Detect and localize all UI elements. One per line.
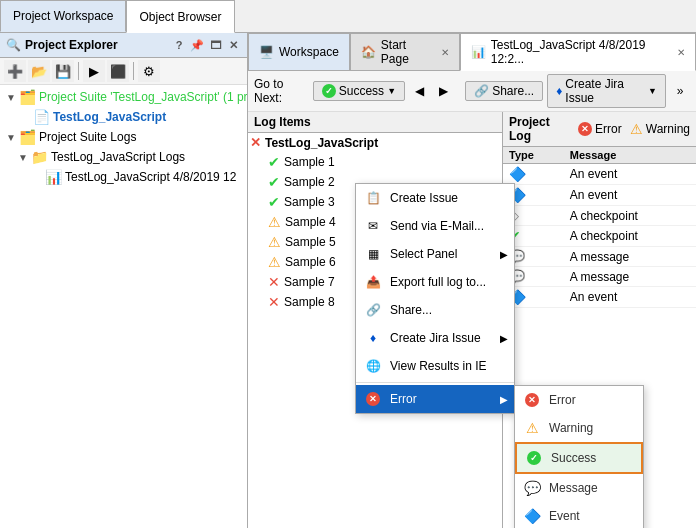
sub-event-label: Event: [549, 509, 580, 523]
sub-error-icon: ✕: [523, 391, 541, 409]
tree-item-js-logs[interactable]: ▼ 📁 TestLog_JavaScript Logs: [2, 147, 245, 167]
tab-start-page[interactable]: 🏠 Start Page ✕: [350, 33, 460, 70]
view-results-icon: 🌐: [364, 357, 382, 375]
ctx-error[interactable]: ✕ Error ▶ ✕ Error ⚠ Warning ✓: [356, 385, 514, 413]
jira-chevron-icon: ▼: [648, 86, 657, 96]
tab-workspace[interactable]: 🖥️ Workspace: [248, 33, 350, 70]
testlog-label: TestLog_JavaScript: [53, 110, 166, 124]
error-arrow-icon: ▶: [500, 394, 508, 405]
warning-filter-icon: ⚠: [630, 121, 643, 137]
ctx-export-label: Export full log to...: [390, 275, 486, 289]
warning-icon: ⚠: [268, 214, 281, 230]
ctx-send-email-label: Send via E-Mail...: [390, 219, 484, 233]
open-btn[interactable]: 📂: [28, 60, 50, 82]
tab-object-browser[interactable]: Object Browser: [126, 0, 234, 33]
run-btn[interactable]: ▶: [83, 60, 105, 82]
ctx-select-panel[interactable]: ▦ Select Panel ▶: [356, 240, 514, 268]
save-btn[interactable]: 💾: [52, 60, 74, 82]
col-type: Type: [503, 147, 564, 164]
prev-btn[interactable]: ◀: [409, 80, 429, 102]
sub-error[interactable]: ✕ Error: [515, 386, 643, 414]
goto-success-btn[interactable]: ✓ Success ▼: [313, 81, 405, 101]
ctx-send-email[interactable]: ✉ Send via E-Mail...: [356, 212, 514, 240]
error-filter-icon: ✕: [578, 122, 592, 136]
sub-message[interactable]: 💬 Message: [515, 474, 643, 502]
jira-label: Create Jira Issue: [565, 77, 645, 105]
tree-item-suite1[interactable]: ▼ 🗂️ Project Suite 'TestLog_JavaScript' …: [2, 87, 245, 107]
msg-cell: An event: [564, 164, 696, 185]
ctx-view-results[interactable]: 🌐 View Results in IE: [356, 352, 514, 380]
chevron-down-icon: ▼: [387, 86, 396, 96]
select-panel-arrow-icon: ▶: [500, 249, 508, 260]
log-entry-root[interactable]: ✕ TestLog_JavaScript: [248, 133, 502, 152]
suite-logs-label: Project Suite Logs: [39, 130, 136, 144]
ctx-share[interactable]: 🔗 Share...: [356, 296, 514, 324]
start-page-close-icon[interactable]: ✕: [441, 47, 449, 58]
pin-icon[interactable]: 📌: [189, 37, 205, 53]
jira-arrow-icon: ▶: [500, 333, 508, 344]
share-icon: 🔗: [474, 84, 489, 98]
next-btn[interactable]: ▶: [433, 80, 453, 102]
ctx-share-label: Share...: [390, 303, 432, 317]
sub-warning[interactable]: ⚠ Warning: [515, 414, 643, 442]
warning-icon: ⚠: [268, 234, 281, 250]
testlog-tab-icon: 📊: [471, 45, 486, 59]
table-row[interactable]: 💬 A message: [503, 247, 696, 267]
jira-btn[interactable]: ♦ Create Jira Issue ▼: [547, 74, 666, 108]
sep2: [133, 62, 134, 80]
testlog-close-icon[interactable]: ✕: [677, 47, 685, 58]
msg-cell: A checkpoint: [564, 206, 696, 226]
warning-filter-label: Warning: [646, 122, 690, 136]
jira-icon: ♦: [556, 84, 562, 98]
table-row[interactable]: 🔷 An event: [503, 164, 696, 185]
list-item[interactable]: ✔ Sample 1: [248, 152, 502, 172]
tree-item-testlog[interactable]: 📄 TestLog_JavaScript: [2, 107, 245, 127]
help-icon[interactable]: ?: [171, 37, 187, 53]
settings-btn[interactable]: ⚙: [138, 60, 160, 82]
success-icon: ✔: [268, 194, 280, 210]
table-row[interactable]: 🔷 An event: [503, 287, 696, 308]
tab-testlog[interactable]: 📊 TestLog_JavaScript 4/8/2019 12:2... ✕: [460, 33, 696, 71]
table-row[interactable]: 🔷 An event: [503, 185, 696, 206]
sub-success[interactable]: ✓ Success: [515, 442, 643, 474]
ctx-jira-label: Create Jira Issue: [390, 331, 481, 345]
tree-item-suite-logs[interactable]: ▼ 🗂️ Project Suite Logs: [2, 127, 245, 147]
log-items-header: Log Items: [248, 112, 502, 133]
msg-cell: A message: [564, 267, 696, 287]
sub-event[interactable]: 🔷 Event: [515, 502, 643, 528]
ctx-separator: [356, 382, 514, 383]
add-btn[interactable]: ➕: [4, 60, 26, 82]
goto-label: Go to Next:: [254, 77, 309, 105]
project-log-header: Project Log ✕ Error ⚠ Warning: [503, 112, 696, 147]
top-tab-bar: Project Workspace Object Browser: [0, 0, 696, 33]
table-row[interactable]: 💬 A message: [503, 267, 696, 287]
start-page-label: Start Page: [381, 38, 432, 66]
project-log-title: Project Log: [509, 115, 570, 143]
ctx-create-issue[interactable]: 📋 Create Issue: [356, 184, 514, 212]
msg-cell: An event: [564, 287, 696, 308]
sub-warning-icon: ⚠: [523, 419, 541, 437]
error-submenu: ✕ Error ⚠ Warning ✓ Success 💬: [514, 385, 644, 528]
js-logs-label: TestLog_JavaScript Logs: [51, 150, 185, 164]
close-icon[interactable]: ✕: [225, 37, 241, 53]
filter-error-btn[interactable]: ✕ Error: [578, 122, 622, 136]
error-icon: ✕: [268, 274, 280, 290]
log-items-title: Log Items: [254, 115, 311, 129]
more-btn[interactable]: »: [670, 80, 690, 102]
tree-item-log-entry[interactable]: 📊 TestLog_JavaScript 4/8/2019 12: [2, 167, 245, 187]
stop-btn[interactable]: ⬛: [107, 60, 129, 82]
ctx-create-issue-label: Create Issue: [390, 191, 458, 205]
start-page-icon: 🏠: [361, 45, 376, 59]
share-btn[interactable]: 🔗 Share...: [465, 81, 543, 101]
filter-warning-btn[interactable]: ⚠ Warning: [630, 121, 690, 137]
log-entry-label: TestLog_JavaScript 4/8/2019 12: [65, 170, 236, 184]
ctx-create-jira[interactable]: ♦ Create Jira Issue ▶: [356, 324, 514, 352]
success-icon: ✔: [268, 154, 280, 170]
table-row[interactable]: ✔ A checkpoint: [503, 226, 696, 247]
table-row[interactable]: ◇ A checkpoint: [503, 206, 696, 226]
ctx-export-log[interactable]: 📤 Export full log to...: [356, 268, 514, 296]
panel-icons: ? 📌 🗖 ✕: [171, 37, 241, 53]
maximize-icon[interactable]: 🗖: [207, 37, 223, 53]
tab-project-workspace[interactable]: Project Workspace: [0, 0, 126, 32]
log-data-table: Type Message 🔷 An event: [503, 147, 696, 308]
